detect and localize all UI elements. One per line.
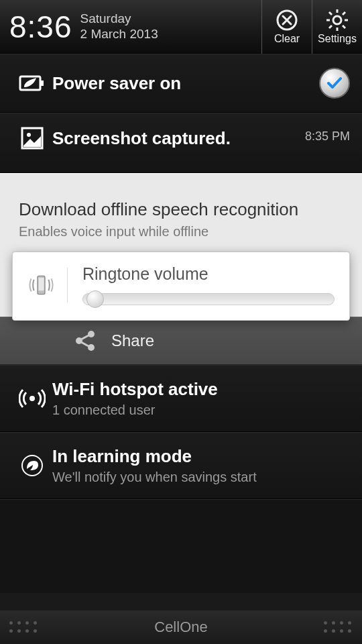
power-saver-toggle[interactable] xyxy=(319,68,350,99)
notification-title: Power saver on xyxy=(52,73,319,94)
share-button[interactable]: Share xyxy=(0,317,362,365)
notification-title: Download offline speech recognition xyxy=(0,187,362,224)
settings-button[interactable]: Settings xyxy=(312,0,362,54)
svg-line-8 xyxy=(343,12,345,15)
vibrate-icon xyxy=(27,268,68,303)
notification-time: 8:35 PM xyxy=(305,129,350,144)
volume-popup: Ringtone volume xyxy=(12,252,350,321)
svg-point-22 xyxy=(22,455,42,476)
svg-point-13 xyxy=(27,133,31,137)
notification-subtitle: Enables voice input while offline xyxy=(0,224,362,249)
notification-subtitle: We'll notify you when savings start xyxy=(52,470,350,485)
svg-line-7 xyxy=(343,25,345,28)
notification-speech[interactable]: Download offline speech recognition Enab… xyxy=(0,173,362,321)
notification-title: Wi-Fi hotspot active xyxy=(52,379,350,400)
grip-dots-icon xyxy=(324,621,353,634)
svg-line-6 xyxy=(329,12,332,15)
date-block: Saturday 2 March 2013 xyxy=(80,11,261,42)
svg-line-20 xyxy=(81,342,88,346)
settings-label: Settings xyxy=(318,33,357,45)
svg-rect-15 xyxy=(38,278,44,290)
close-circle-icon xyxy=(276,9,298,32)
svg-point-17 xyxy=(88,331,95,337)
gear-icon xyxy=(326,9,349,32)
day-label: Saturday xyxy=(80,11,261,27)
panel-handle[interactable]: CellOne xyxy=(0,610,362,644)
volume-slider[interactable] xyxy=(82,293,335,305)
svg-line-9 xyxy=(329,25,332,28)
empty-area xyxy=(0,499,362,593)
notification-title: In learning mode xyxy=(52,446,350,467)
snapdragon-icon xyxy=(12,454,52,477)
slider-thumb[interactable] xyxy=(86,290,104,308)
notification-subtitle: 1 connected user xyxy=(52,402,350,418)
leaf-battery-icon xyxy=(12,72,52,94)
share-icon xyxy=(74,329,97,352)
notification-header: 8:36 Saturday 2 March 2013 Clear Setting… xyxy=(0,0,362,54)
svg-rect-11 xyxy=(40,80,44,86)
clear-label: Clear xyxy=(274,33,300,45)
date-label: 2 March 2013 xyxy=(80,27,261,42)
notification-learning[interactable]: In learning mode We'll notify you when s… xyxy=(0,432,362,499)
hotspot-icon xyxy=(12,388,52,409)
clock: 8:36 xyxy=(0,9,80,45)
notification-title: Screenshot captured. xyxy=(52,128,305,149)
notification-power-saver[interactable]: Power saver on xyxy=(0,54,362,113)
notification-hotspot[interactable]: Wi-Fi hotspot active 1 connected user xyxy=(0,365,362,432)
image-icon xyxy=(12,127,52,150)
svg-point-18 xyxy=(88,344,95,351)
clear-button[interactable]: Clear xyxy=(261,0,312,54)
notification-screenshot[interactable]: Screenshot captured. 8:35 PM xyxy=(0,113,362,173)
svg-line-19 xyxy=(81,335,88,339)
volume-title: Ringtone volume xyxy=(82,264,335,284)
svg-point-1 xyxy=(333,16,341,24)
svg-point-21 xyxy=(29,396,35,401)
grip-dots-icon xyxy=(9,621,38,634)
carrier-label: CellOne xyxy=(154,619,207,636)
share-label: Share xyxy=(111,331,154,350)
